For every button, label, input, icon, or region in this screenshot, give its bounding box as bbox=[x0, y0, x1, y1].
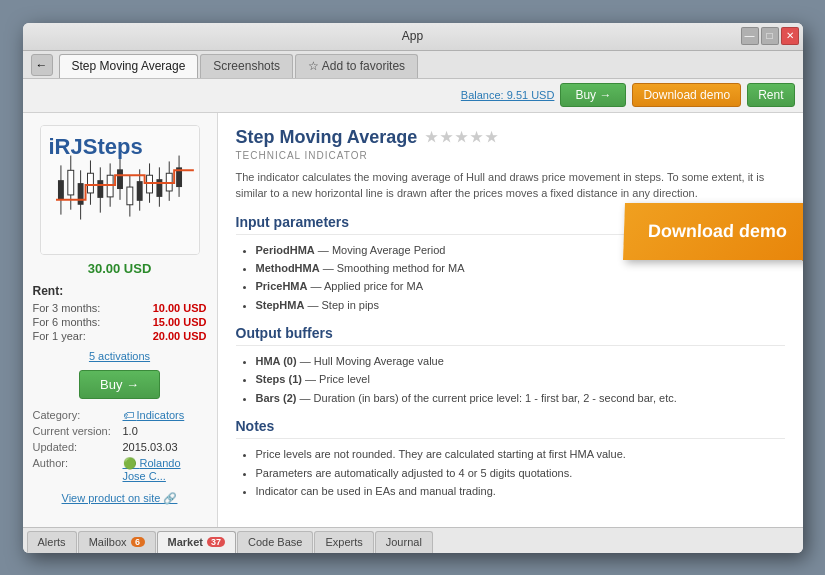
back-button[interactable]: ← bbox=[31, 54, 53, 76]
codebase-tab-label: Code Base bbox=[248, 536, 302, 548]
tab-step-moving[interactable]: Step Moving Average bbox=[59, 54, 199, 78]
left-panel: iRJSteps bbox=[23, 113, 218, 527]
rent-1y-price: 20.00 USD bbox=[153, 330, 207, 342]
svg-rect-6 bbox=[77, 183, 83, 205]
note-1: Price levels are not rounded. They are c… bbox=[256, 447, 785, 462]
alerts-tab-label: Alerts bbox=[38, 536, 66, 548]
rent-title: Rent: bbox=[33, 284, 207, 298]
activations-link[interactable]: 5 activations bbox=[89, 350, 150, 362]
svg-rect-14 bbox=[117, 169, 123, 189]
meta-author: Author: 🟢 Rolando Jose C... bbox=[33, 457, 207, 482]
svg-rect-10 bbox=[97, 180, 103, 198]
maximize-button[interactable]: □ bbox=[761, 27, 779, 45]
bottom-tab-market[interactable]: Market 37 bbox=[157, 531, 236, 553]
back-arrow-icon: ← bbox=[36, 58, 48, 72]
main-content: Download demo iRJSteps bbox=[23, 113, 803, 527]
version-label: Current version: bbox=[33, 425, 123, 437]
balance-display[interactable]: Balance: 9.51 USD bbox=[461, 89, 555, 101]
product-logo: iRJSteps bbox=[40, 125, 200, 255]
note-3: Indicator can be used in EAs and manual … bbox=[256, 484, 785, 499]
buffer-hma: HMA (0) — Hull Moving Average value bbox=[256, 354, 785, 369]
buy-large-button[interactable]: Buy → bbox=[79, 370, 160, 399]
rent-1y-label: For 1 year: bbox=[33, 330, 86, 342]
category-label: Category: bbox=[33, 409, 123, 421]
meta-version: Current version: 1.0 bbox=[33, 425, 207, 437]
svg-rect-8 bbox=[87, 173, 93, 193]
svg-rect-2 bbox=[57, 180, 63, 200]
notes-list: Price levels are not rounded. They are c… bbox=[256, 447, 785, 499]
bottom-tab-mailbox[interactable]: Mailbox 6 bbox=[78, 531, 156, 553]
right-panel: Step Moving Average ★ ★ ★ ★ ★ TECHNICAL … bbox=[218, 113, 803, 527]
star-rating: ★ ★ ★ ★ ★ bbox=[425, 129, 498, 145]
bottom-tab-experts[interactable]: Experts bbox=[314, 531, 373, 553]
buy-large-label: Buy → bbox=[100, 377, 139, 392]
section-output-buffers-title: Output buffers bbox=[236, 325, 785, 346]
rent-button[interactable]: Rent bbox=[747, 83, 794, 107]
product-title-text: Step Moving Average bbox=[236, 127, 418, 148]
bottom-tab-alerts[interactable]: Alerts bbox=[27, 531, 77, 553]
download-demo-banner[interactable]: Download demo bbox=[623, 203, 803, 260]
product-description: The indicator calculates the moving aver… bbox=[236, 169, 785, 202]
market-badge: 37 bbox=[207, 537, 225, 547]
product-title: Step Moving Average ★ ★ ★ ★ ★ bbox=[236, 127, 785, 148]
param-stephma: StepHMA — Step in pips bbox=[256, 298, 785, 313]
journal-tab-label: Journal bbox=[386, 536, 422, 548]
minimize-button[interactable]: — bbox=[741, 27, 759, 45]
svg-rect-18 bbox=[136, 181, 142, 201]
bottom-tab-bar: Alerts Mailbox 6 Market 37 Code Base Exp… bbox=[23, 527, 803, 553]
bottom-tab-journal[interactable]: Journal bbox=[375, 531, 433, 553]
updated-value: 2015.03.03 bbox=[123, 441, 178, 453]
view-product-link[interactable]: View product on site 🔗 bbox=[62, 492, 178, 505]
buffer-bars: Bars (2) — Duration (in bars) of the cur… bbox=[256, 391, 785, 406]
author-label: Author: bbox=[33, 457, 123, 469]
tab-favorites-label: ☆ Add to favorites bbox=[308, 59, 405, 73]
tab-screenshots[interactable]: Screenshots bbox=[200, 54, 293, 78]
download-demo-toolbar-button[interactable]: Download demo bbox=[632, 83, 741, 107]
updated-label: Updated: bbox=[33, 441, 123, 453]
output-buffers-list: HMA (0) — Hull Moving Average value Step… bbox=[256, 354, 785, 406]
bottom-tab-codebase[interactable]: Code Base bbox=[237, 531, 313, 553]
svg-rect-4 bbox=[67, 170, 73, 195]
tab-step-moving-label: Step Moving Average bbox=[72, 59, 186, 73]
buy-button[interactable]: Buy → bbox=[560, 83, 626, 107]
window-controls: — □ ✕ bbox=[741, 27, 799, 45]
product-price: 30.00 USD bbox=[88, 261, 152, 276]
version-value: 1.0 bbox=[123, 425, 138, 437]
rent-row-6months: For 6 months: 15.00 USD bbox=[33, 316, 207, 328]
tab-screenshots-label: Screenshots bbox=[213, 59, 280, 73]
experts-tab-label: Experts bbox=[325, 536, 362, 548]
param-pricehma: PriceHMA — Applied price for MA bbox=[256, 279, 785, 294]
section-notes-title: Notes bbox=[236, 418, 785, 439]
toolbar: Balance: 9.51 USD Buy → Download demo Re… bbox=[23, 79, 803, 113]
author-value[interactable]: 🟢 Rolando Jose C... bbox=[123, 457, 207, 482]
rent-3m-label: For 3 months: bbox=[33, 302, 101, 314]
category-value[interactable]: 🏷 Indicators bbox=[123, 409, 185, 421]
mailbox-badge: 6 bbox=[131, 537, 145, 547]
rent-section: Rent: For 3 months: 10.00 USD For 6 mont… bbox=[33, 284, 207, 344]
svg-rect-20 bbox=[146, 175, 152, 193]
title-bar: App — □ ✕ bbox=[23, 23, 803, 51]
mailbox-tab-label: Mailbox bbox=[89, 536, 127, 548]
app-window: App — □ ✕ ← Step Moving Average Screensh… bbox=[23, 23, 803, 553]
svg-rect-16 bbox=[126, 187, 132, 205]
meta-category: Category: 🏷 Indicators bbox=[33, 409, 207, 421]
product-type: TECHNICAL INDICATOR bbox=[236, 150, 785, 161]
window-title: App bbox=[402, 29, 423, 43]
rent-6m-label: For 6 months: bbox=[33, 316, 101, 328]
tab-add-favorites[interactable]: ☆ Add to favorites bbox=[295, 54, 418, 78]
close-button[interactable]: ✕ bbox=[781, 27, 799, 45]
market-tab-label: Market bbox=[168, 536, 203, 548]
note-2: Parameters are automatically adjusted to… bbox=[256, 466, 785, 481]
star-2: ★ bbox=[440, 129, 453, 145]
star-1: ★ bbox=[425, 129, 438, 145]
rent-6m-price: 15.00 USD bbox=[153, 316, 207, 328]
buffer-steps: Steps (1) — Price level bbox=[256, 372, 785, 387]
star-3: ★ bbox=[455, 129, 468, 145]
star-5: ★ bbox=[485, 129, 498, 145]
rent-row-1year: For 1 year: 20.00 USD bbox=[33, 330, 207, 342]
meta-table: Category: 🏷 Indicators Current version: … bbox=[33, 409, 207, 486]
svg-rect-22 bbox=[156, 179, 162, 197]
param-methodhma: MethodHMA — Smoothing method for MA bbox=[256, 261, 785, 276]
rent-3m-price: 10.00 USD bbox=[153, 302, 207, 314]
logo-text: iRJSteps bbox=[49, 134, 143, 160]
